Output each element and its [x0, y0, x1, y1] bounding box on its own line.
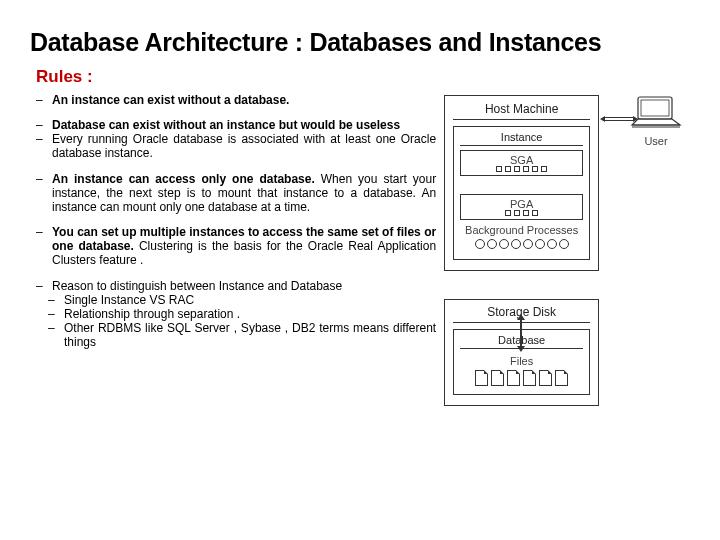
file-icon [491, 370, 504, 386]
instance-box: Instance SGA PGA [453, 126, 590, 260]
sga-label: SGA [510, 154, 533, 166]
process-icon [475, 239, 485, 249]
pga-label: PGA [510, 198, 533, 210]
rule-subitem: Single Instance VS RAC [36, 293, 436, 307]
process-icon [499, 239, 509, 249]
pool-icon [523, 166, 529, 172]
pool-icon [505, 166, 511, 172]
bidirectional-arrow [604, 115, 634, 117]
content-area: An instance can exist without a database… [30, 93, 690, 406]
rule-item: Database can exist without an instance b… [36, 118, 436, 132]
pool-icon [523, 210, 529, 216]
laptop-icon [628, 95, 684, 133]
pga-pools [461, 210, 582, 216]
process-icon [559, 239, 569, 249]
pool-icon [514, 166, 520, 172]
file-icon [507, 370, 520, 386]
rule-subitem: Relationship through separation . [36, 307, 436, 321]
process-icon [487, 239, 497, 249]
user-laptop: User [620, 95, 692, 147]
user-label: User [620, 135, 692, 147]
rule-text: Database can exist without an instance b… [52, 118, 400, 132]
rule-item: Every running Oracle database is associa… [36, 132, 436, 160]
file-icon [555, 370, 568, 386]
background-processes [460, 239, 583, 249]
svg-rect-1 [641, 100, 669, 116]
pool-icon [532, 166, 538, 172]
architecture-diagram: Host Machine Instance SGA [444, 95, 690, 406]
file-icon [539, 370, 552, 386]
pool-icon [505, 210, 511, 216]
rule-text: Other RDBMS like SQL Server , Sybase , D… [64, 321, 436, 349]
files-label: Files [460, 355, 583, 367]
page-title: Database Architecture : Databases and In… [30, 28, 690, 57]
diagram-column: Host Machine Instance SGA [436, 93, 690, 406]
rule-item: You can set up multiple instances to acc… [36, 225, 436, 267]
sga-pools [461, 166, 582, 172]
rule-text: Relationship through separation . [64, 307, 240, 321]
file-icon [523, 370, 536, 386]
rule-text: An instance can exist without a database… [52, 93, 289, 107]
instance-label: Instance [460, 131, 583, 146]
process-icon [547, 239, 557, 249]
host-machine-label: Host Machine [453, 102, 590, 120]
process-icon [535, 239, 545, 249]
connector-arrow [520, 319, 522, 347]
process-icon [511, 239, 521, 249]
file-icon [475, 370, 488, 386]
rules-list: An instance can exist without a database… [36, 93, 436, 349]
rule-subitem: Other RDBMS like SQL Server , Sybase , D… [36, 321, 436, 349]
pool-icon [514, 210, 520, 216]
pool-icon [496, 166, 502, 172]
arrow-head-right-icon [633, 116, 638, 122]
process-icon [523, 239, 533, 249]
rule-text: Single Instance VS RAC [64, 293, 194, 307]
pool-icon [541, 166, 547, 172]
rule-text: Reason to distinguish between Instance a… [52, 279, 342, 293]
pool-icon [532, 210, 538, 216]
rule-item: An instance can access only one database… [36, 172, 436, 214]
rules-heading: Rules : [36, 67, 690, 87]
rule-text: Every running Oracle database is associa… [52, 132, 436, 160]
rule-item: An instance can exist without a database… [36, 93, 436, 107]
sga-box: SGA [460, 150, 583, 176]
background-processes-label: Background Processes [460, 224, 583, 236]
pga-box: PGA [460, 194, 583, 220]
rule-text-bold: An instance can access only one database… [52, 172, 315, 186]
rules-column: An instance can exist without a database… [30, 93, 436, 406]
host-machine-box: Host Machine Instance SGA [444, 95, 599, 271]
files-row [460, 370, 583, 386]
arrow-head-left-icon [600, 116, 605, 122]
rule-item: Reason to distinguish between Instance a… [36, 279, 436, 293]
